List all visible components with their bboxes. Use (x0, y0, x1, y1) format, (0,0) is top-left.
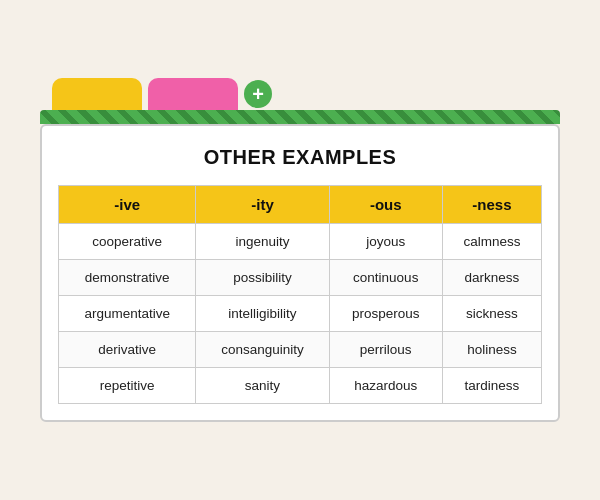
table-body: cooperativeingenuityjoyouscalmnessdemons… (59, 224, 542, 404)
examples-table: -ive-ity-ous-ness cooperativeingenuityjo… (58, 185, 542, 404)
table-cell: holiness (442, 332, 541, 368)
table-cell: derivative (59, 332, 196, 368)
add-button[interactable]: + (244, 80, 272, 108)
table-row: demonstrativepossibilitycontinuousdarkne… (59, 260, 542, 296)
table-header-row: -ive-ity-ous-ness (59, 186, 542, 224)
table-cell: demonstrative (59, 260, 196, 296)
card-title: OTHER EXAMPLES (58, 146, 542, 169)
table-cell: tardiness (442, 368, 541, 404)
tab-yellow (52, 78, 142, 110)
outer-wrapper: + OTHER EXAMPLES -ive-ity-ous-ness coope… (40, 78, 560, 422)
table-row: cooperativeingenuityjoyouscalmness (59, 224, 542, 260)
tab-pink (148, 78, 238, 110)
column-header: -ous (329, 186, 442, 224)
column-header: -ity (196, 186, 329, 224)
table-cell: sanity (196, 368, 329, 404)
table-cell: ingenuity (196, 224, 329, 260)
table-cell: repetitive (59, 368, 196, 404)
table-cell: sickness (442, 296, 541, 332)
table-cell: cooperative (59, 224, 196, 260)
table-cell: darkness (442, 260, 541, 296)
card: OTHER EXAMPLES -ive-ity-ous-ness coopera… (40, 124, 560, 422)
column-header: -ness (442, 186, 541, 224)
table-cell: continuous (329, 260, 442, 296)
table-cell: intelligibility (196, 296, 329, 332)
table-row: repetitivesanityhazardoustardiness (59, 368, 542, 404)
table-cell: prosperous (329, 296, 442, 332)
table-cell: possibility (196, 260, 329, 296)
table-cell: joyous (329, 224, 442, 260)
column-header: -ive (59, 186, 196, 224)
table-cell: hazardous (329, 368, 442, 404)
table-cell: argumentative (59, 296, 196, 332)
green-bar (40, 110, 560, 124)
table-row: derivativeconsanguinityperrilousholiness (59, 332, 542, 368)
table-cell: perrilous (329, 332, 442, 368)
table-row: argumentativeintelligibilityprosperoussi… (59, 296, 542, 332)
tab-bar: + (40, 78, 560, 110)
table-cell: calmness (442, 224, 541, 260)
table-cell: consanguinity (196, 332, 329, 368)
